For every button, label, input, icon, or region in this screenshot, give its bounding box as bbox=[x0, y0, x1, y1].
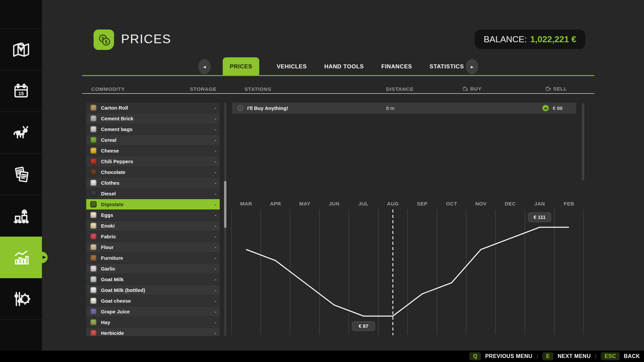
commodity-scrollbar[interactable] bbox=[224, 103, 226, 336]
commodity-storage-value: - bbox=[215, 223, 216, 229]
sidebar-item-animals[interactable] bbox=[0, 112, 42, 154]
station-row[interactable]: I'll Buy Anything! 8 m € 88 bbox=[232, 103, 576, 114]
shortcut-label: NEXT MENU bbox=[557, 353, 591, 359]
arrow-left-icon: ◀ bbox=[203, 65, 206, 69]
month-label: MAR bbox=[240, 201, 252, 206]
balance-value: 1,022,221 € bbox=[530, 34, 576, 45]
commodity-row[interactable]: Cement Brick - bbox=[86, 113, 220, 124]
month-label: OCT bbox=[446, 201, 457, 206]
commodity-row[interactable]: Diesel - bbox=[86, 188, 220, 199]
column-distance: DISTANCE bbox=[386, 86, 414, 92]
map-icon bbox=[11, 39, 32, 60]
commodity-storage-value: - bbox=[215, 244, 216, 250]
commodity-label: Carton Roll bbox=[101, 105, 128, 111]
column-commodity: COMMODITY bbox=[91, 86, 125, 92]
page-title: PRICES bbox=[121, 32, 171, 46]
tab[interactable]: STATISTICS bbox=[430, 57, 464, 76]
footer-shortcut[interactable]: E NEXT MENU | bbox=[542, 352, 601, 360]
sidebar-item-production[interactable] bbox=[0, 195, 42, 237]
commodity-label: Diesel bbox=[101, 191, 116, 196]
commodity-row[interactable]: Garlic - bbox=[86, 263, 220, 274]
settings-icon bbox=[11, 289, 32, 309]
sidebar-item-settings[interactable] bbox=[0, 278, 42, 320]
commodity-row[interactable]: Herbicide - bbox=[86, 328, 220, 336]
column-storage: STORAGE bbox=[190, 86, 217, 92]
calendar-icon: 15 bbox=[11, 81, 32, 102]
commodity-icon bbox=[90, 105, 97, 111]
month-label: NOV bbox=[475, 201, 487, 206]
sidebar-item-map[interactable] bbox=[0, 29, 42, 70]
commodity-row[interactable]: Enoki - bbox=[86, 221, 220, 231]
tabs-previous-button[interactable]: ◀ bbox=[198, 59, 211, 74]
commodity-row[interactable]: Digestate - bbox=[86, 199, 220, 209]
commodity-row[interactable]: Clothes - bbox=[86, 178, 220, 188]
tabs-next-button[interactable]: ▶ bbox=[466, 59, 478, 74]
commodity-row[interactable]: Eggs - bbox=[86, 210, 220, 220]
commodity-storage-value: - bbox=[215, 330, 216, 336]
commodity-icon bbox=[90, 298, 97, 304]
commodity-label: Cereal bbox=[101, 137, 116, 143]
tab[interactable]: PRICES bbox=[223, 57, 259, 76]
commodity-storage-value: - bbox=[215, 137, 216, 143]
commodity-row[interactable]: Hay - bbox=[86, 317, 220, 327]
commodity-row[interactable]: Chocolate - bbox=[86, 167, 220, 177]
month-label: JUL bbox=[359, 201, 369, 206]
commodity-label: Goat Milk bbox=[101, 277, 124, 282]
commodity-icon bbox=[90, 255, 97, 261]
tab-bar: PRICESVEHICLESHAND TOOLSFINANCESSTATISTI… bbox=[223, 57, 464, 76]
tab[interactable]: FINANCES bbox=[381, 57, 412, 76]
commodity-label: Cheese bbox=[101, 148, 119, 154]
price-annotation: € 111 bbox=[528, 213, 551, 222]
commodity-row[interactable]: Furniture - bbox=[86, 253, 220, 263]
commodity-row[interactable]: Carton Roll - bbox=[86, 103, 220, 113]
commodity-icon bbox=[90, 287, 97, 293]
commodity-row[interactable]: Cereal - bbox=[86, 135, 220, 145]
commodity-row[interactable]: Grape Juice - bbox=[86, 306, 220, 317]
active-menu-arrow-icon: ▶ bbox=[43, 254, 46, 259]
price-trend-up-icon bbox=[542, 105, 549, 111]
commodity-storage-value: - bbox=[215, 319, 216, 325]
tab[interactable]: HAND TOOLS bbox=[324, 57, 364, 76]
footer-shortcut[interactable]: ESC BACK bbox=[601, 352, 640, 360]
commodity-label: Herbicide bbox=[101, 330, 124, 336]
month-label: APR bbox=[270, 201, 281, 206]
commodity-icon bbox=[90, 265, 97, 272]
shortcut-divider: | bbox=[537, 353, 538, 359]
commodity-row[interactable]: Fabric - bbox=[86, 231, 220, 242]
commodity-storage-value: - bbox=[215, 309, 216, 314]
month-label: FEB bbox=[564, 201, 575, 206]
statistics-icon bbox=[11, 247, 32, 268]
commodity-icon bbox=[90, 330, 97, 336]
commodity-storage-value: - bbox=[215, 148, 216, 154]
commodity-storage-value: - bbox=[215, 287, 216, 293]
commodity-row[interactable]: Goat Milk - bbox=[86, 274, 220, 285]
shortcut-label: BACK bbox=[624, 353, 640, 359]
stations-scrollbar[interactable] bbox=[582, 103, 584, 181]
station-sell-price: € 88 bbox=[553, 105, 562, 111]
commodity-row[interactable]: Cement bags - bbox=[86, 124, 220, 134]
key-badge: Q bbox=[469, 352, 481, 360]
sidebar-item-contracts[interactable] bbox=[0, 154, 42, 195]
commodity-row[interactable]: Flour - bbox=[86, 242, 220, 252]
commodity-row[interactable]: Chili Peppers - bbox=[86, 156, 220, 167]
header-divider bbox=[82, 93, 594, 94]
shortcut-divider: | bbox=[595, 353, 596, 359]
svg-text:$: $ bbox=[105, 39, 107, 44]
commodity-icon bbox=[90, 276, 97, 283]
sidebar-item-calendar[interactable]: 15 bbox=[0, 70, 42, 112]
month-label: JUN bbox=[329, 201, 339, 206]
commodity-scrollbar-thumb[interactable] bbox=[224, 181, 226, 228]
sidebar-item-prices[interactable] bbox=[0, 237, 42, 278]
commodity-storage-value: - bbox=[215, 277, 216, 282]
month-label: SEP bbox=[417, 201, 428, 206]
tab-underline bbox=[82, 75, 594, 76]
commodity-row[interactable]: Goat Milk (bottled) - bbox=[86, 285, 220, 295]
sell-basket-icon bbox=[545, 85, 551, 92]
footer-shortcut[interactable]: Q PREVIOUS MENU | bbox=[469, 352, 542, 360]
commodity-icon bbox=[90, 126, 97, 132]
tab[interactable]: VEHICLES bbox=[277, 57, 307, 76]
commodity-label: Cement bags bbox=[101, 126, 132, 132]
commodity-row[interactable]: Cheese - bbox=[86, 145, 220, 156]
commodity-row[interactable]: Goat cheese - bbox=[86, 296, 220, 306]
sidebar-spacer bbox=[0, 0, 42, 29]
